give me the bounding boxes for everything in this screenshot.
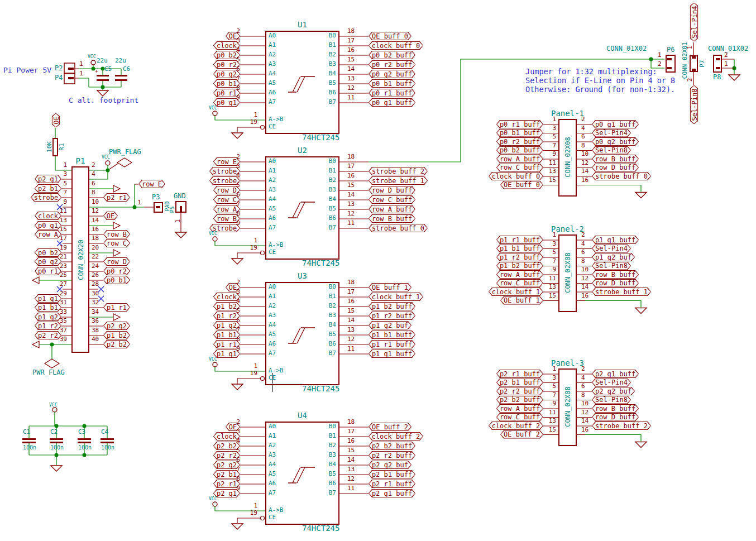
chip-value-U4[interactable]: 74HCT245 [302,524,339,533]
net-label-p2_r1[interactable]: p2_r1 [103,193,130,202]
net-label-p1_b1_buff[interactable]: p1_b1_buff [369,331,415,339]
pwr-flag-text[interactable]: PWR_FLAG [32,369,65,376]
net-label-p0_r1_buff[interactable]: p0_r1_buff [369,89,415,97]
net-label-p0_b1_buff[interactable]: p0_b1_buff [369,79,415,88]
net-label-Sel-Pin4[interactable]: Sel-Pin4 [592,245,631,253]
net-label-row_C_buff[interactable]: row_C_buff [369,195,415,204]
net-label-Sel-Pin4[interactable]: Sel-Pin4 [592,379,631,387]
p6-ref[interactable]: P6 [667,46,674,54]
net-label-strobe_buff_2[interactable]: strobe_buff_2 [592,422,651,430]
p8-value[interactable]: CONN_01X02 [708,45,748,52]
p2-ref[interactable]: P2 [55,65,63,72]
vtext-p5-ref[interactable]: P5 [169,205,176,214]
net-label-p2_g2_buf[interactable]: p2_g2_buf [592,387,635,395]
gnd-pad-ref[interactable]: GND [174,193,186,200]
net-label-p2_g1_buff[interactable]: p2_g1_buff [592,370,639,378]
net-label-p0_g1_buff[interactable]: p0_g1_buff [592,120,639,128]
net-label-p2_b1_buff[interactable]: p2_b1_buff [369,470,415,478]
net-label-row_B_buff[interactable]: row_B_buff [592,404,639,413]
net-label-OE_buff_2[interactable]: OE_buff_2 [369,423,412,431]
net-label-p0_g2_buff[interactable]: p0_g2_buff [369,70,415,78]
net-label-row_D_buff[interactable]: row_D_buff [592,164,639,172]
p4-ref[interactable]: P4 [55,74,63,82]
net-label-row_B_buff[interactable]: row_B_buff [369,214,415,223]
net-label-row_B[interactable]: row_B [103,230,130,238]
net-label-clock_buff_1[interactable]: clock_buff_1 [369,293,423,301]
net-label-clock_buff_0[interactable]: clock_buff_0 [369,41,423,50]
net-label-row_C[interactable]: row_C [103,239,130,247]
net-label-Sel-Pin4[interactable]: Sel-Pin4 [592,129,631,137]
gnd-pad-body[interactable] [175,201,186,213]
vtext-pin-number[interactable]: 1 [685,45,693,51]
net-label-p2_b2_buff[interactable]: p2_b2_buff [496,396,543,404]
net-label-p1_b2_buff[interactable]: p1_b2_buff [496,262,543,270]
net-label-p0_r2_buff[interactable]: p0_r2_buff [496,137,543,146]
vtext-panel-value-Panel-1[interactable]: CONN_02X08 [563,135,572,179]
net-label-p1_r1_buff[interactable]: p1_r1_buff [496,236,543,244]
net-label-strobe_buff_0[interactable]: strobe_buff_0 [592,172,651,180]
net-label-p2_g2[interactable]: p2_g2 [103,322,130,330]
net-label-p0_r2_buff[interactable]: p0_r2_buff [369,60,415,69]
net-label-row_E[interactable]: row_E [138,180,165,188]
net-label-OE_buff_0[interactable]: OE_buff_0 [369,32,412,40]
net-label-p0_b2_buff[interactable]: p0_b2_buff [369,51,415,59]
net-label-strobe_buff_1[interactable]: strobe_buff_1 [369,176,428,185]
vtext-p7-ref[interactable]: P7 [698,59,706,69]
net-label-clock_buff_2[interactable]: clock_buff_2 [369,432,423,441]
gpio-ref[interactable]: P1 [71,157,89,165]
net-label-p2_r1_buff[interactable]: p2_r1_buff [369,480,415,488]
chip-ref-U3[interactable]: U3 [265,272,339,280]
net-label-p2_b2[interactable]: p2_b2 [103,340,130,348]
net-label-p1_r1_buff[interactable]: p1_r1_buff [369,340,415,348]
cap-ref-C4[interactable]: C4 [101,429,108,435]
net-label-p1_r2_buff[interactable]: p1_r2_buff [369,312,415,320]
net-label-p2_r2_buff[interactable]: p2_r2_buff [496,387,543,395]
net-label-row_D_buff[interactable]: row_D_buff [592,413,639,422]
p6-body[interactable] [666,55,676,73]
net-label-strobe_buff_2[interactable]: strobe_buff_2 [369,167,428,175]
net-label-p0_r2[interactable]: p0_r2 [103,267,130,275]
p6-value[interactable]: CONN_01X02 [606,45,647,52]
vtext-pin-number[interactable]: 1 [173,218,181,224]
p8-body[interactable] [713,55,722,73]
pwr-flag-text[interactable]: PWR_FLAG [109,149,141,156]
net-label-p1_g2_buf[interactable]: p1_g2_buf [592,253,635,261]
vtext-panel-value-Panel-3[interactable]: CONN_02X08 [563,385,572,428]
p3-ref[interactable]: P3 [152,194,160,201]
net-label-p1_b2_buff[interactable]: p1_b2_buff [369,302,415,310]
net-label-p2_r2_buff[interactable]: p2_r2_buff [369,451,415,459]
p7-body[interactable] [690,55,698,72]
net-label-row_C_buff[interactable]: row_C_buff [496,164,543,172]
net-label-clock_buff_0[interactable]: clock_buff_0 [489,172,543,180]
chip-value-U2[interactable]: 74HCT245 [302,259,339,267]
net-label-p0_b2_buff[interactable]: p0_b2_buff [496,146,543,155]
net-label-OE_buff_0[interactable]: OE_buff_0 [500,181,543,189]
net-label-row_D[interactable]: row_D [103,257,130,266]
chip-value-U3[interactable]: 74HCT245 [302,385,339,393]
net-label-row_C_buff[interactable]: row_C_buff [496,413,543,422]
c6-ref[interactable]: C6 [123,66,130,73]
chip-value-U1[interactable]: 74HCT245 [302,133,339,142]
p3-pad-body[interactable] [154,202,163,213]
chip-ref-U4[interactable]: U4 [265,411,339,420]
net-label-OE_buff_1[interactable]: OE_buff_1 [500,296,543,305]
jumper-note-line2[interactable]: Selection if E-Line on Pin 4 or 8 [525,76,675,85]
net-label-p1_b2[interactable]: p1_b2 [103,331,130,339]
net-label-p0_b1_buff[interactable]: p0_b1_buff [496,129,543,137]
net-label-p1_g1_buff[interactable]: p1_g1_buff [592,236,639,244]
net-label-row_B_buff[interactable]: row_B_buff [592,155,639,163]
net-label-p1_b1_buff[interactable]: p1_b1_buff [496,245,543,253]
net-label-p2_b1_buff[interactable]: p2_b1_buff [496,379,543,387]
cap-ref-C1[interactable]: C1 [23,429,30,435]
net-label-row_D_buff[interactable]: row_D_buff [369,186,415,194]
net-label-p2_g1_buff[interactable]: p2_g1_buff [369,489,415,497]
net-label-row_A_buff[interactable]: row_A_buff [496,404,543,413]
net-label-row_A_buff[interactable]: row_A_buff [496,270,543,279]
net-label-p1_r2_buff[interactable]: p1_r2_buff [496,253,543,261]
net-label-p2_b2_buff[interactable]: p2_b2_buff [369,442,415,450]
net-label-p0_b1[interactable]: p0_b1 [103,276,130,284]
jumper-note-line3[interactable]: Otherwise: Ground (for non-1:32). [525,85,675,94]
chip-ref-U2[interactable]: U2 [265,146,339,155]
vtext-gpio-value[interactable]: CONN_02X20 [76,238,85,281]
net-label-row_D_buff[interactable]: row_D_buff [592,279,639,288]
